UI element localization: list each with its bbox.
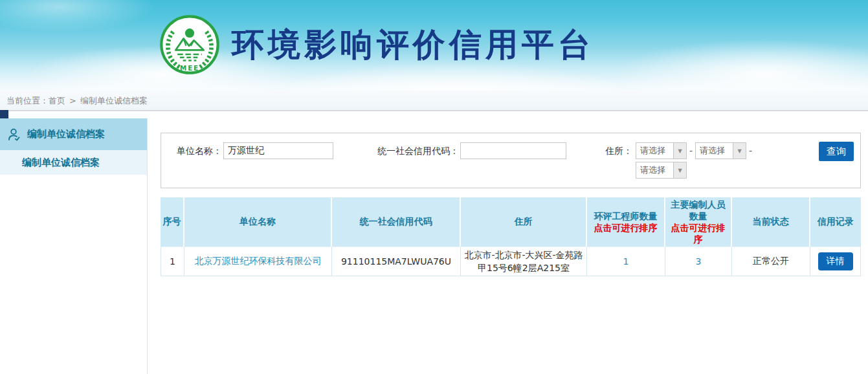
company-name-input[interactable]	[223, 142, 333, 159]
district-select-value: 请选择	[636, 162, 673, 178]
breadcrumb: 当前位置：首页>编制单位诚信档案	[0, 91, 868, 111]
brand: MEE 环境影响评价信用平台	[159, 14, 594, 75]
table-header-row: 序号 单位名称 统一社会信用代码 住所 环评工程师数量 点击可进行排序 主要编制…	[161, 197, 861, 247]
site-title: 环境影响评价信用平台	[232, 23, 594, 67]
cell-status: 正常公开	[732, 247, 810, 276]
breadcrumb-separator: >	[69, 96, 76, 105]
cell-credit-code: 91110115MA7LWUA76U	[332, 247, 461, 276]
query-button[interactable]: 查询	[819, 142, 854, 161]
col-header-status: 当前状态	[732, 197, 810, 247]
results-table: 序号 单位名称 统一社会信用代码 住所 环评工程师数量 点击可进行排序 主要编制…	[161, 197, 861, 276]
address-dash: -	[749, 142, 752, 159]
district-select[interactable]: 请选择 ▼	[636, 162, 687, 179]
breadcrumb-prefix: 当前位置：	[6, 96, 49, 105]
sidebar-item-label: 编制单位诚信档案	[27, 128, 105, 140]
table-row: 1 北京万源世纪环保科技有限公司 91110115MA7LWUA76U 北京市-…	[161, 247, 861, 276]
svg-text:MEE: MEE	[180, 64, 199, 72]
breadcrumb-home-link[interactable]: 首页	[49, 96, 65, 105]
address-dash: -	[689, 142, 693, 159]
company-name-link[interactable]: 北京万源世纪环保科技有限公司	[195, 256, 322, 266]
credit-code-input[interactable]	[460, 142, 566, 159]
cloud-decoration	[0, 0, 155, 32]
province-select-value: 请选择	[636, 143, 673, 159]
sidebar-subitem-label: 编制单位诚信档案	[22, 157, 100, 169]
sort-hint: 点击可进行排序	[588, 222, 663, 234]
credit-code-label: 统一社会信用代码：	[355, 142, 459, 159]
sidebar-item-unit-credit-archive[interactable]: 编制单位诚信档案	[0, 118, 148, 150]
col-header-staff-count-label: 主要编制人员数量	[667, 199, 729, 222]
cell-address: 北京市-北京市-大兴区-金苑路甲15号6幢2层A215室	[461, 247, 587, 276]
cell-index: 1	[161, 247, 184, 276]
dropdown-arrow-icon[interactable]: ▼	[673, 143, 686, 159]
mee-logo-icon: MEE	[159, 14, 220, 75]
site-header: MEE 环境影响评价信用平台	[0, 0, 868, 91]
sidebar-divider	[147, 118, 148, 374]
col-header-engineer-count-label: 环评工程师数量	[588, 210, 663, 222]
breadcrumb-current-link[interactable]: 编制单位诚信档案	[80, 96, 148, 105]
col-header-staff-count-sortable[interactable]: 主要编制人员数量 点击可进行排序	[665, 197, 732, 247]
engineer-count-link[interactable]: 1	[623, 256, 629, 267]
city-select-value: 请选择	[696, 143, 733, 159]
col-header-company-name: 单位名称	[184, 197, 332, 247]
col-header-credit-record: 信用记录	[810, 197, 861, 247]
sort-hint: 点击可进行排序	[667, 222, 729, 245]
search-panel: 单位名称： 统一社会信用代码： 住所： 请选择 ▼ - 请选择 ▼ - 请选择 …	[161, 133, 861, 188]
dropdown-arrow-icon[interactable]: ▼	[673, 162, 686, 178]
detail-button[interactable]: 详情	[818, 252, 853, 270]
col-header-credit-code: 统一社会信用代码	[332, 197, 461, 247]
sidebar: 编制单位诚信档案 编制单位诚信档案	[0, 118, 148, 175]
sidebar-subitem-unit-credit-archive[interactable]: 编制单位诚信档案	[0, 150, 148, 175]
page: MEE 环境影响评价信用平台 当前位置：首页>编制单位诚信档案 编制单位诚信档案…	[0, 0, 868, 374]
col-header-engineer-count-sortable[interactable]: 环评工程师数量 点击可进行排序	[587, 197, 665, 247]
col-header-index: 序号	[161, 197, 184, 247]
dropdown-arrow-icon[interactable]: ▼	[733, 143, 746, 159]
person-check-icon	[6, 127, 22, 142]
company-name-label: 单位名称：	[161, 142, 222, 159]
staff-count-link[interactable]: 3	[696, 256, 702, 267]
city-select[interactable]: 请选择 ▼	[695, 142, 746, 159]
corner-marker	[0, 110, 8, 118]
province-select[interactable]: 请选择 ▼	[636, 142, 687, 159]
address-label: 住所：	[575, 142, 632, 159]
col-header-address: 住所	[461, 197, 587, 247]
